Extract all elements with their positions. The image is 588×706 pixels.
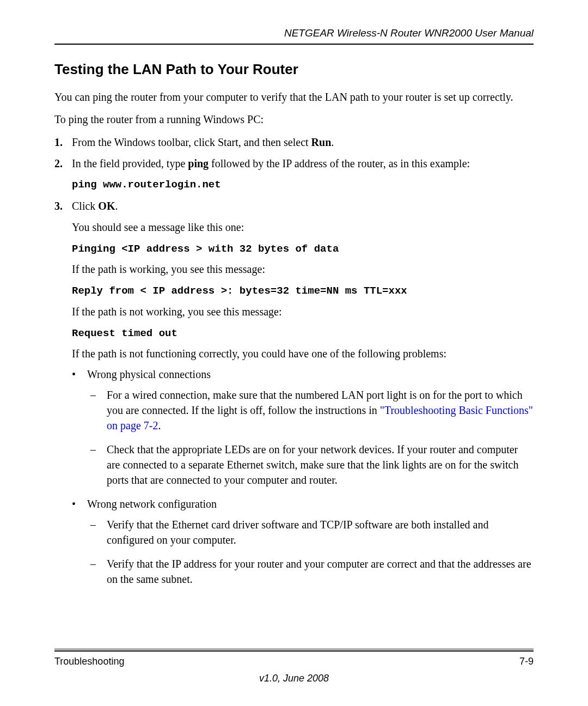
step-2-text-c: followed by the IP address of the router… — [209, 157, 470, 169]
msg-2: Reply from < IP address >: bytes=32 time… — [72, 285, 407, 297]
step-3: Click OK. — [54, 198, 534, 214]
step-list: From the Windows toolbar, click Start, a… — [54, 135, 534, 214]
msg-intro: You should see a message like this one: — [72, 220, 534, 235]
bullet-network: Wrong network configuration Verify that … — [65, 496, 534, 587]
step-1-text-a: From the Windows toolbar, click Start, a… — [72, 136, 311, 148]
bullet-physical-label: Wrong physical connections — [87, 368, 211, 380]
step-2-text-a: In the field provided, type — [72, 157, 188, 169]
page: NETGEAR Wireless-N Router WNR2000 User M… — [0, 0, 588, 706]
running-header: NETGEAR Wireless-N Router WNR2000 User M… — [54, 27, 534, 39]
physical-item-1-b: . — [158, 419, 161, 431]
step-1-text-c: . — [331, 136, 334, 148]
step-1: From the Windows toolbar, click Start, a… — [54, 135, 534, 150]
page-footer: Troubleshooting 7-9 v1.0, June 2008 — [54, 649, 534, 684]
msg-3: Request timed out — [72, 327, 177, 339]
intro-paragraph: You can ping the router from your comput… — [54, 90, 534, 105]
step-2: In the field provided, type ping followe… — [54, 156, 534, 193]
problems-intro: If the path is not functioning correctly… — [72, 346, 534, 361]
step-1-text-bold: Run — [311, 136, 332, 148]
network-item-2: Verify that the IP address for your rout… — [87, 556, 534, 587]
footer-version: v1.0, June 2008 — [54, 673, 534, 684]
step-3-text-bold: OK — [98, 200, 115, 212]
step-2-code: ping www.routerlogin.net — [72, 179, 221, 191]
path-ok: If the path is working, you see this mes… — [72, 261, 534, 277]
msg-1: Pinging <IP address > with 32 bytes of d… — [72, 243, 339, 255]
footer-section: Troubleshooting — [54, 656, 124, 667]
physical-item-1: For a wired connection, make sure that t… — [87, 387, 534, 433]
section-heading: Testing the LAN Path to Your Router — [54, 61, 534, 78]
network-sublist: Verify that the Ethernet card driver sof… — [87, 517, 534, 587]
physical-sublist: For a wired connection, make sure that t… — [87, 387, 534, 488]
lead-in: To ping the router from a running Window… — [54, 112, 534, 127]
step-2-text-bold: ping — [188, 157, 209, 169]
step-3-text-c: . — [115, 200, 118, 212]
step-3-text-a: Click — [72, 200, 98, 212]
footer-page-number: 7-9 — [519, 656, 534, 667]
path-bad: If the path is not working, you see this… — [72, 304, 534, 319]
physical-item-2: Check that the appropriate LEDs are on f… — [87, 442, 534, 488]
footer-rule-thick — [54, 650, 534, 652]
bullet-physical: Wrong physical connections For a wired c… — [65, 367, 534, 488]
footer-rule-thin — [54, 649, 534, 649]
header-rule — [54, 44, 534, 45]
network-item-1: Verify that the Ethernet card driver sof… — [87, 517, 534, 547]
problems-list: Wrong physical connections For a wired c… — [65, 367, 534, 587]
bullet-network-label: Wrong network configuration — [87, 498, 217, 510]
